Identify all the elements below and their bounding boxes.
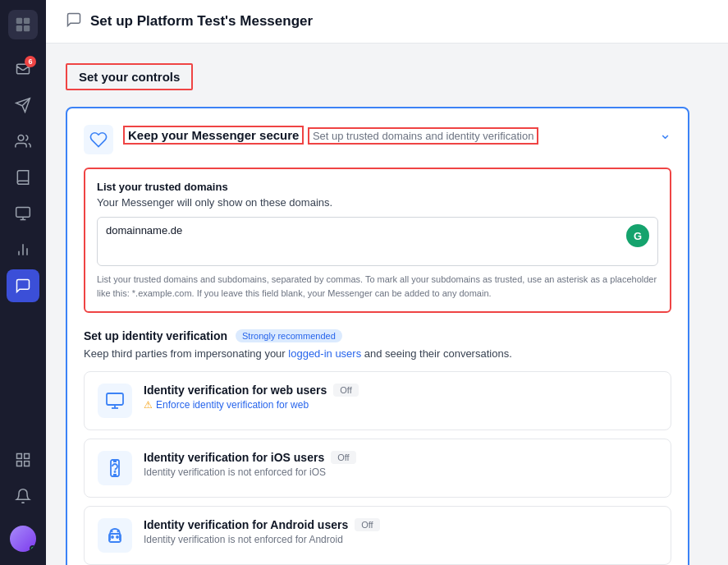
sidebar-item-send[interactable]: [7, 89, 39, 122]
svg-rect-3: [24, 25, 30, 31]
svg-point-25: [112, 536, 113, 538]
chart-icon: [15, 241, 31, 258]
monitor-icon: [98, 384, 132, 418]
svg-point-26: [117, 536, 118, 538]
chevron-down-icon[interactable]: ⌄: [659, 125, 671, 143]
sidebar-item-integrations[interactable]: [7, 443, 39, 476]
contacts-icon: [15, 133, 31, 149]
reports-icon: [15, 205, 31, 222]
section-title-block: Keep your Messenger secure Set up truste…: [123, 125, 538, 145]
domains-title: List your trusted domains: [97, 181, 658, 193]
header-messenger-icon: [66, 11, 82, 31]
trusted-domains-block: List your trusted domains Your Messenger…: [84, 168, 671, 313]
warning-icon: ⚠: [144, 399, 153, 411]
domains-input-value: domainname.de: [106, 224, 626, 237]
identity-verification-section: Set up identity verification Strongly re…: [84, 329, 671, 565]
svg-rect-22: [109, 534, 121, 542]
sidebar-item-contacts[interactable]: [7, 125, 39, 158]
page-header: Set up Platform Test's Messenger: [46, 0, 728, 44]
svg-rect-16: [17, 462, 22, 466]
page-title: Set up Platform Test's Messenger: [90, 13, 313, 30]
svg-rect-2: [16, 25, 22, 31]
identity-header: Set up identity verification Strongly re…: [84, 329, 671, 342]
section-subtitle: Set up trusted domains and identity veri…: [308, 127, 539, 145]
avatar: [10, 526, 36, 552]
identity-item-ios-content: Identity verification for iOS users Off …: [144, 451, 657, 478]
security-card: Keep your Messenger secure Set up truste…: [66, 107, 689, 565]
svg-rect-13: [17, 454, 22, 459]
svg-rect-0: [16, 18, 22, 24]
identity-item-web: Identity verification for web users Off …: [84, 371, 671, 430]
svg-rect-20: [111, 460, 119, 476]
ios-status-badge: Off: [331, 451, 355, 464]
recommended-badge: Strongly recommended: [236, 329, 342, 342]
svg-rect-15: [25, 462, 30, 466]
sidebar: 6: [0, 0, 46, 565]
sidebar-item-messenger[interactable]: [7, 269, 39, 302]
sidebar-item-notifications[interactable]: [7, 480, 39, 512]
books-icon: [15, 169, 31, 186]
section-header-left: Keep your Messenger secure Set up truste…: [84, 125, 538, 154]
identity-item-android-sub: Identity verification is not enforced fo…: [144, 534, 657, 545]
controls-header: Set your controls: [66, 63, 193, 90]
domains-hint: List your trusted domains and subdomains…: [97, 273, 658, 300]
identity-item-ios-sub: Identity verification is not enforced fo…: [144, 466, 657, 478]
ios-icon: [98, 451, 132, 485]
inbox-badge: 6: [25, 56, 36, 67]
logged-in-users-link[interactable]: logged-in users: [288, 347, 361, 360]
integrations-icon: [15, 452, 31, 468]
sidebar-item-reports[interactable]: [7, 197, 39, 230]
send-icon: [15, 97, 31, 113]
avatar-container[interactable]: [7, 522, 39, 555]
sidebar-item-chart[interactable]: [7, 233, 39, 266]
bell-icon: [15, 488, 31, 504]
section-header: Keep your Messenger secure Set up truste…: [84, 125, 671, 154]
section-title: Keep your Messenger secure: [123, 126, 304, 145]
android-status-badge: Off: [355, 518, 379, 531]
avatar-online-dot: [30, 545, 36, 552]
messenger-icon: [15, 278, 31, 294]
identity-item-web-title: Identity verification for web users Off: [144, 384, 657, 397]
identity-item-ios-title: Identity verification for iOS users Off: [144, 451, 657, 464]
domains-input-wrap[interactable]: domainname.de G: [97, 217, 658, 266]
identity-title: Set up identity verification: [84, 329, 227, 342]
identity-item-web-sub: ⚠ Enforce identity verification for web: [144, 399, 657, 411]
identity-subtitle: Keep third parties from impersonating yo…: [84, 347, 671, 360]
identity-item-android-title: Identity verification for Android users …: [144, 518, 657, 531]
content-area: Set your controls Keep your Messenger se…: [46, 44, 728, 565]
domains-subtitle: Your Messenger will only show on these d…: [97, 196, 658, 209]
grammarly-icon: G: [626, 224, 649, 247]
svg-point-6: [18, 136, 24, 141]
sidebar-item-books[interactable]: [7, 161, 39, 194]
svg-rect-7: [16, 208, 30, 218]
svg-rect-1: [24, 18, 30, 24]
web-status-badge: Off: [333, 384, 358, 397]
sidebar-item-inbox[interactable]: 6: [7, 53, 39, 85]
svg-rect-17: [107, 393, 123, 405]
sidebar-logo: [8, 10, 38, 39]
identity-item-android-content: Identity verification for Android users …: [144, 518, 657, 545]
security-icon: [84, 125, 113, 154]
identity-item-web-content: Identity verification for web users Off …: [144, 384, 657, 411]
svg-point-21: [115, 471, 116, 472]
main-content: Set up Platform Test's Messenger Set you…: [46, 0, 728, 565]
identity-item-android: Identity verification for Android users …: [84, 506, 671, 565]
enforce-web-link[interactable]: Enforce identity verification for web: [156, 399, 309, 411]
android-icon: [98, 518, 132, 553]
identity-item-ios: Identity verification for iOS users Off …: [84, 439, 671, 498]
svg-rect-14: [25, 454, 30, 459]
